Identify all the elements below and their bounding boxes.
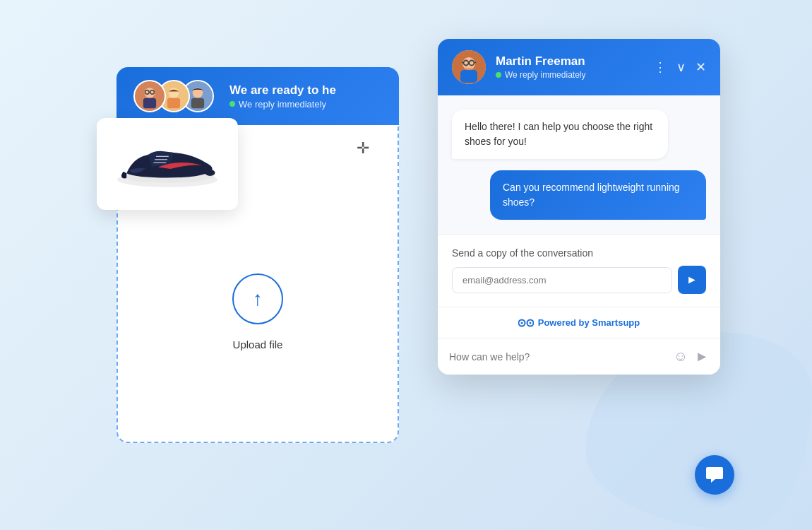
copy-conversation-section: Send a copy of the conversation ►	[438, 234, 720, 307]
svg-point-16	[205, 170, 215, 176]
svg-rect-19	[460, 70, 477, 83]
svg-point-7	[169, 88, 179, 98]
avatar-face-1	[135, 80, 165, 112]
powered-by-section: Powered by Smartsupp	[438, 307, 720, 338]
chat-agent-status: We reply immediately	[496, 70, 644, 80]
email-input[interactable]	[452, 267, 672, 293]
message-received-1: Hello there! I can help you choose the r…	[452, 110, 668, 159]
chat-fab-icon	[705, 466, 724, 484]
emoji-icon: ☺	[674, 348, 688, 365]
smartsupp-logo-icon	[518, 318, 534, 328]
chat-agent-avatar	[452, 50, 486, 84]
status-dot	[229, 101, 235, 107]
close-button[interactable]: ✕	[695, 59, 706, 75]
email-input-row: ►	[452, 266, 706, 294]
svg-rect-2	[143, 98, 156, 109]
copy-conversation-label: Send a copy of the conversation	[452, 247, 706, 259]
upload-button[interactable]: ↑	[232, 273, 283, 324]
upload-label: Upload file	[233, 338, 283, 351]
chat-avatar-face	[452, 50, 486, 84]
shoe-card	[97, 118, 238, 210]
left-widget-header-text: We are ready to he We reply immediately	[229, 83, 336, 110]
chat-status-dot	[496, 72, 501, 78]
svg-rect-8	[167, 98, 180, 109]
chat-fab-button[interactable]	[695, 455, 734, 495]
shoe-image	[111, 129, 224, 199]
svg-rect-11	[191, 98, 204, 109]
chat-messages: Hello there! I can help you choose the r…	[438, 95, 720, 234]
svg-point-1	[145, 88, 155, 98]
more-options-button[interactable]: ⋮	[654, 59, 667, 75]
agent-avatar-group	[133, 80, 214, 112]
svg-point-28	[529, 322, 531, 324]
email-send-button[interactable]: ►	[678, 266, 706, 294]
chat-header: Martin Freeman We reply immediately ⋮ ∨ …	[438, 39, 720, 95]
chat-agent-name: Martin Freeman	[496, 54, 644, 69]
agent-avatar-1	[133, 80, 166, 112]
message-sent-1: Can you recommend lightweight running sh…	[490, 170, 706, 220]
email-send-icon: ►	[686, 273, 698, 286]
left-widget-status: We reply immediately	[229, 99, 336, 110]
powered-by-text: Powered by Smartsupp	[538, 317, 640, 328]
left-widget-title: We are ready to he	[229, 83, 336, 98]
chat-message-input[interactable]	[449, 351, 667, 363]
svg-point-26	[520, 322, 523, 324]
svg-line-23	[462, 62, 464, 63]
chat-input-area: ☺ ►	[438, 338, 720, 375]
svg-line-24	[474, 62, 477, 63]
chat-widget: Martin Freeman We reply immediately ⋮ ∨ …	[438, 39, 720, 375]
chat-header-info: Martin Freeman We reply immediately	[496, 54, 644, 80]
minimize-button[interactable]: ∨	[676, 59, 686, 75]
left-widget-header: We are ready to he We reply immediately	[117, 67, 399, 125]
left-widget-body: ✛	[117, 125, 399, 443]
emoji-button[interactable]: ☺	[674, 348, 688, 365]
left-widget: We are ready to he We reply immediately …	[117, 67, 399, 443]
chat-send-button[interactable]: ►	[695, 348, 709, 365]
move-icon: ✛	[357, 139, 369, 158]
chat-send-icon: ►	[695, 348, 709, 365]
chat-header-actions: ⋮ ∨ ✕	[654, 59, 706, 75]
upload-icon: ↑	[253, 288, 263, 310]
